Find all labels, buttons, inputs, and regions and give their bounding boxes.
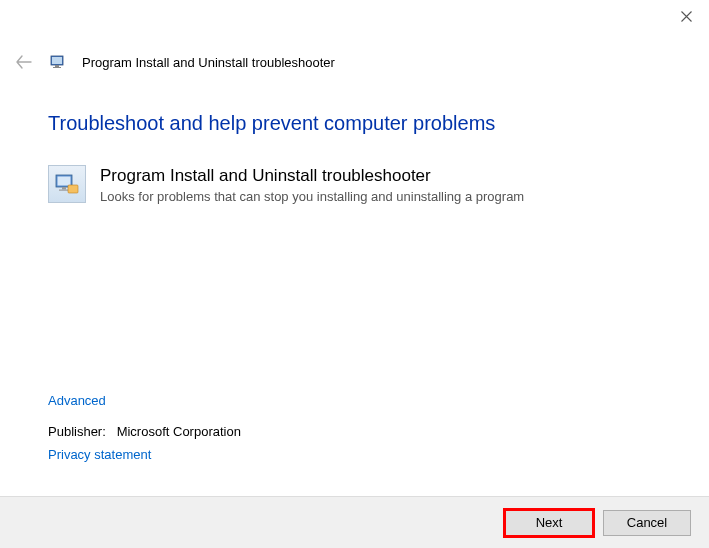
- publisher-line: Publisher: Microsoft Corporation: [48, 424, 241, 439]
- troubleshooter-block: Program Install and Uninstall troublesho…: [48, 165, 661, 204]
- svg-rect-6: [62, 187, 66, 190]
- footer-buttons: Next Cancel: [0, 496, 709, 548]
- publisher-value: Microsoft Corporation: [117, 424, 241, 439]
- svg-rect-8: [68, 185, 78, 193]
- main-content: Troubleshoot and help prevent computer p…: [0, 74, 709, 204]
- page-heading: Troubleshoot and help prevent computer p…: [48, 112, 661, 135]
- publisher-label: Publisher:: [48, 424, 106, 439]
- privacy-link[interactable]: Privacy statement: [48, 447, 151, 462]
- troubleshooter-icon: [50, 53, 68, 71]
- back-arrow-icon: [16, 55, 32, 69]
- back-button: [12, 50, 36, 74]
- troubleshooter-large-icon: [48, 165, 86, 203]
- next-button[interactable]: Next: [505, 510, 593, 536]
- troubleshooter-text: Program Install and Uninstall troublesho…: [100, 165, 524, 204]
- window-icon: [50, 53, 68, 71]
- svg-rect-7: [59, 190, 69, 191]
- advanced-link[interactable]: Advanced: [48, 393, 106, 408]
- close-icon: [681, 11, 692, 22]
- troubleshooter-title: Program Install and Uninstall troublesho…: [100, 165, 524, 187]
- window-title: Program Install and Uninstall troublesho…: [82, 55, 335, 70]
- svg-rect-1: [52, 57, 62, 64]
- svg-rect-5: [58, 177, 71, 186]
- titlebar: [0, 0, 709, 36]
- troubleshooter-description: Looks for problems that can stop you ins…: [100, 189, 524, 204]
- close-button[interactable]: [663, 0, 709, 32]
- svg-rect-2: [55, 65, 59, 67]
- cancel-button[interactable]: Cancel: [603, 510, 691, 536]
- header-bar: Program Install and Uninstall troublesho…: [0, 36, 709, 74]
- bottom-links: Advanced Publisher: Microsoft Corporatio…: [48, 393, 241, 462]
- svg-rect-3: [53, 67, 61, 68]
